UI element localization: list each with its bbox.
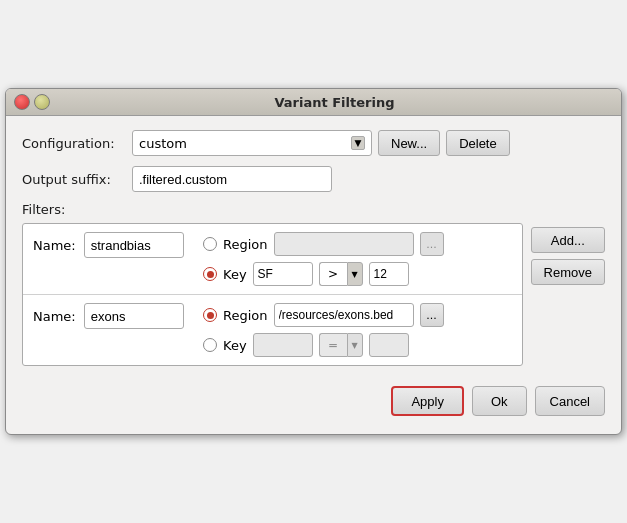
apply-button[interactable]: Apply — [391, 386, 464, 416]
region-browse-btn-1: ... — [420, 232, 444, 256]
key-label-1: Key — [223, 267, 247, 282]
filter-options-col-1: Region ... Key — [203, 232, 512, 286]
cancel-button[interactable]: Cancel — [535, 386, 605, 416]
operator-box-1: > ▼ — [319, 262, 363, 286]
window-content: Configuration: custom ▼ New... Delete Ou… — [6, 116, 621, 434]
filter-name-input-1[interactable] — [84, 232, 184, 258]
region-label-2: Region — [223, 308, 268, 323]
region-path-input-2[interactable] — [274, 303, 414, 327]
key-field-input-2 — [253, 333, 313, 357]
dropdown-arrow-icon[interactable]: ▼ — [351, 136, 365, 150]
key-value-input-1[interactable] — [369, 262, 409, 286]
variant-filtering-window: Variant Filtering Configuration: custom … — [5, 88, 622, 435]
filter-item-strandbias: Name: Region ... — [23, 224, 522, 295]
filter-name-col-1: Name: — [33, 232, 193, 258]
configuration-dropdown[interactable]: custom ▼ — [132, 130, 372, 156]
region-row-2: Region ... — [203, 303, 512, 327]
minimize-button[interactable] — [34, 94, 50, 110]
region-browse-btn-2[interactable]: ... — [420, 303, 444, 327]
ellipsis-icon-1: ... — [426, 238, 437, 251]
key-value-input-2 — [369, 333, 409, 357]
titlebar: Variant Filtering — [6, 89, 621, 116]
filters-section: Filters: Name: Regio — [22, 202, 605, 366]
close-button[interactable] — [14, 94, 30, 110]
filters-box: Name: Region ... — [22, 223, 523, 366]
filters-row: Name: Region ... — [22, 223, 605, 366]
titlebar-buttons — [14, 94, 50, 110]
filter-options-col-2: Region ... Key — [203, 303, 512, 357]
ellipsis-icon-2: ... — [426, 309, 437, 322]
output-suffix-row: Output suffix: — [22, 166, 605, 192]
remove-filter-button[interactable]: Remove — [531, 259, 605, 285]
key-radio-1[interactable] — [203, 267, 217, 281]
filter-name-label-2: Name: — [33, 309, 76, 324]
key-row-2: Key = ▼ — [203, 333, 512, 357]
region-radio-2[interactable] — [203, 308, 217, 322]
operator-value-2: = — [319, 333, 347, 357]
ok-button[interactable]: Ok — [472, 386, 527, 416]
filter-item-exons: Name: Region ... — [23, 295, 522, 365]
key-field-input-1[interactable] — [253, 262, 313, 286]
region-path-input-1 — [274, 232, 414, 256]
add-filter-button[interactable]: Add... — [531, 227, 605, 253]
operator-value-1: > — [319, 262, 347, 286]
filter-name-label-1: Name: — [33, 238, 76, 253]
key-label-2: Key — [223, 338, 247, 353]
filter-name-input-2[interactable] — [84, 303, 184, 329]
filters-label: Filters: — [22, 202, 605, 217]
delete-button[interactable]: Delete — [446, 130, 510, 156]
filter-name-col-2: Name: — [33, 303, 193, 329]
window-title: Variant Filtering — [56, 95, 613, 110]
key-radio-2[interactable] — [203, 338, 217, 352]
region-row-1: Region ... — [203, 232, 512, 256]
operator-box-2: = ▼ — [319, 333, 363, 357]
region-label-1: Region — [223, 237, 268, 252]
output-suffix-input[interactable] — [132, 166, 332, 192]
new-button[interactable]: New... — [378, 130, 440, 156]
operator-dropdown-1[interactable]: ▼ — [347, 262, 363, 286]
operator-dropdown-2: ▼ — [347, 333, 363, 357]
region-radio-1[interactable] — [203, 237, 217, 251]
bottom-buttons: Apply Ok Cancel — [22, 386, 605, 420]
output-suffix-label: Output suffix: — [22, 172, 132, 187]
side-buttons: Add... Remove — [531, 223, 605, 285]
configuration-value: custom — [139, 136, 187, 151]
key-row-1: Key > ▼ — [203, 262, 512, 286]
configuration-label: Configuration: — [22, 136, 132, 151]
configuration-row: Configuration: custom ▼ New... Delete — [22, 130, 605, 156]
